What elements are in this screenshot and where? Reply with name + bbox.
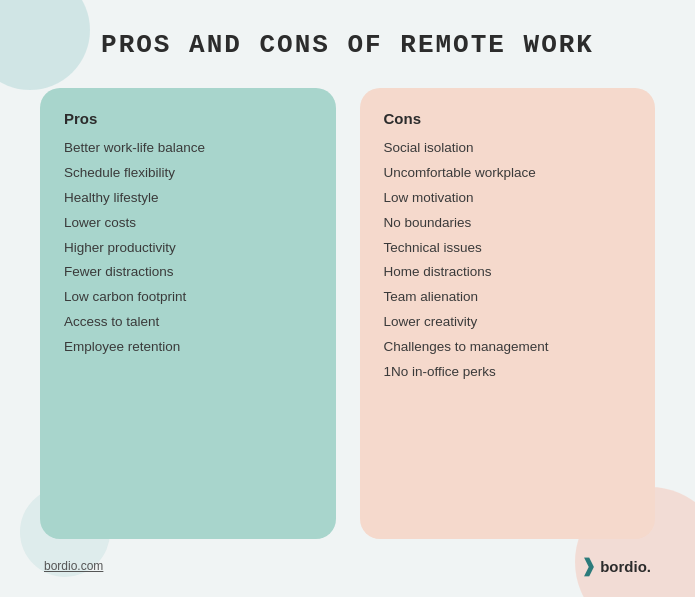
list-item: Low carbon footprint xyxy=(64,288,312,307)
list-item: Employee retention xyxy=(64,338,312,357)
list-item: Lower creativity xyxy=(384,313,632,332)
list-item: Technical issues xyxy=(384,239,632,258)
footer-brand: ❱ bordio. xyxy=(581,555,651,577)
page-title: Pros And Cons of Remote Work xyxy=(101,30,594,60)
brand-name: bordio. xyxy=(600,558,651,575)
list-item: 1No in-office perks xyxy=(384,363,632,382)
list-item: No boundaries xyxy=(384,214,632,233)
cons-header: Cons xyxy=(384,110,632,127)
list-item: Fewer distractions xyxy=(64,263,312,282)
pros-list: Better work-life balanceSchedule flexibi… xyxy=(64,139,312,357)
list-item: Healthy lifestyle xyxy=(64,189,312,208)
list-item: Access to talent xyxy=(64,313,312,332)
chevron-icon: ❱ xyxy=(581,555,596,577)
main-container: Pros And Cons of Remote Work Pros Better… xyxy=(0,0,695,597)
list-item: Uncomfortable workplace xyxy=(384,164,632,183)
cards-row: Pros Better work-life balanceSchedule fl… xyxy=(40,88,655,539)
cons-card: Cons Social isolationUncomfortable workp… xyxy=(360,88,656,539)
list-item: Lower costs xyxy=(64,214,312,233)
list-item: Higher productivity xyxy=(64,239,312,258)
list-item: Schedule flexibility xyxy=(64,164,312,183)
pros-header: Pros xyxy=(64,110,312,127)
footer-link[interactable]: bordio.com xyxy=(44,559,103,573)
list-item: Team alienation xyxy=(384,288,632,307)
list-item: Social isolation xyxy=(384,139,632,158)
footer: bordio.com ❱ bordio. xyxy=(40,555,655,577)
pros-card: Pros Better work-life balanceSchedule fl… xyxy=(40,88,336,539)
cons-list: Social isolationUncomfortable workplaceL… xyxy=(384,139,632,382)
list-item: Challenges to management xyxy=(384,338,632,357)
list-item: Home distractions xyxy=(384,263,632,282)
list-item: Better work-life balance xyxy=(64,139,312,158)
list-item: Low motivation xyxy=(384,189,632,208)
